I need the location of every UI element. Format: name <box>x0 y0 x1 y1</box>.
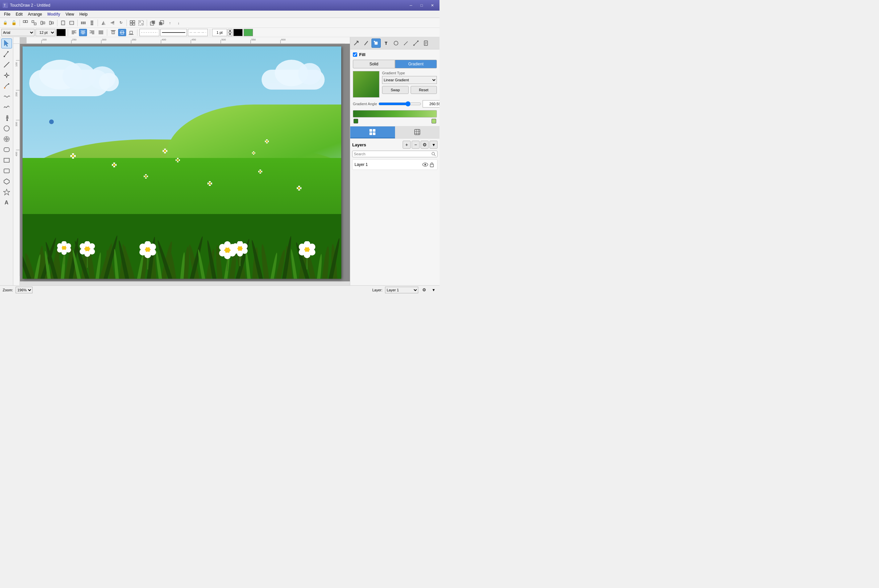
bring-forward-button[interactable]: ↑ <box>166 19 174 27</box>
stroke-w-down[interactable]: ▼ <box>228 33 232 36</box>
canvas-container[interactable] <box>20 44 350 285</box>
center-h-button[interactable] <box>59 19 67 27</box>
rt-page-tool[interactable] <box>421 39 431 48</box>
center-v-button[interactable] <box>68 19 76 27</box>
fill-tab-solid[interactable]: Solid <box>353 60 395 68</box>
polygon-tool-btn[interactable] <box>2 177 12 186</box>
reset-button[interactable]: Reset <box>411 86 437 94</box>
group-button[interactable] <box>128 19 137 27</box>
select-tool-btn[interactable] <box>2 39 12 48</box>
align-justify-btn[interactable] <box>97 29 105 36</box>
gradient-bar[interactable] <box>353 110 437 117</box>
stroke-color-swatch[interactable] <box>233 29 243 36</box>
distribute-h-button[interactable] <box>79 19 87 27</box>
send-back-button[interactable] <box>157 19 165 27</box>
menu-edit[interactable]: Edit <box>13 11 25 17</box>
rotate-cw-button[interactable]: ↻ <box>117 19 125 27</box>
lock-button[interactable]: 🔒 <box>2 19 9 27</box>
rect-rounded-btn[interactable] <box>2 145 12 154</box>
pen-tool-btn[interactable] <box>2 81 12 91</box>
stroke-w-up[interactable]: ▲ <box>228 29 232 33</box>
valign-bot-btn[interactable] <box>127 29 135 36</box>
stroke-solid[interactable] <box>160 29 187 36</box>
layer-item-1[interactable]: Layer 1 <box>352 159 437 170</box>
add-layer-btn[interactable]: + <box>403 141 411 148</box>
align-right-btn[interactable] <box>88 29 96 36</box>
minimize-button[interactable]: ─ <box>406 2 416 9</box>
align-hr-button[interactable] <box>48 19 56 27</box>
layers-tab-btn[interactable] <box>350 126 395 138</box>
unlock-button[interactable]: 🔓 <box>10 19 18 27</box>
align-tl-button[interactable] <box>22 19 30 27</box>
fill-checkbox[interactable] <box>353 52 357 57</box>
layer-expand-status-btn[interactable]: ▾ <box>430 287 437 293</box>
grad-stop-left[interactable] <box>353 119 358 123</box>
stroke-width-input[interactable] <box>212 29 227 36</box>
brush-tool-btn[interactable] <box>2 113 12 123</box>
stroke-dash[interactable] <box>188 29 208 36</box>
gradient-angle-slider[interactable] <box>379 101 421 106</box>
maximize-button[interactable]: □ <box>417 2 426 9</box>
gradient-angle-input[interactable] <box>422 100 440 108</box>
assets-tab-btn[interactable] <box>395 126 440 138</box>
freeform-tool-btn[interactable] <box>2 102 12 112</box>
swap-button[interactable]: Swap <box>382 86 409 94</box>
ungroup-button[interactable] <box>137 19 145 27</box>
fill-color-swatch[interactable] <box>243 29 253 36</box>
rt-fill-tool[interactable] <box>371 39 381 48</box>
layer-settings-btn[interactable]: ⚙ <box>421 141 428 148</box>
align-center-btn[interactable] <box>79 29 87 36</box>
align-tr-button[interactable] <box>30 19 38 27</box>
h-scrollbar[interactable] <box>20 281 350 285</box>
adjust-tool-btn[interactable] <box>2 70 12 80</box>
rt-pen-tool[interactable] <box>362 39 371 48</box>
draw-tool-btn[interactable] <box>2 49 12 59</box>
close-button[interactable]: ✕ <box>428 2 437 9</box>
align-hl-button[interactable] <box>39 19 47 27</box>
gradient-swatch[interactable] <box>353 71 379 98</box>
stroke-none[interactable] <box>140 29 159 36</box>
flip-h-button[interactable] <box>99 19 108 27</box>
menu-file[interactable]: File <box>2 11 13 17</box>
flip-v-button[interactable] <box>108 19 116 27</box>
send-backward-button[interactable]: ↓ <box>174 19 183 27</box>
rt-circle-tool[interactable] <box>391 39 401 48</box>
rt-pencil-tool[interactable] <box>401 39 411 48</box>
fill-tab-gradient[interactable]: Gradient <box>395 60 437 68</box>
menu-view[interactable]: View <box>63 11 77 17</box>
gradient-type-select[interactable]: Linear Gradient Radial Gradient Angular … <box>382 76 437 84</box>
layer-expand-btn[interactable]: ▾ <box>430 141 437 148</box>
grad-stop-right[interactable] <box>431 119 436 123</box>
text-color-swatch[interactable] <box>56 29 66 36</box>
menu-help[interactable]: Help <box>77 11 90 17</box>
layer-settings-status-btn[interactable]: ⚙ <box>421 287 428 293</box>
valign-mid-btn[interactable] <box>118 29 126 36</box>
handle-blue-1[interactable] <box>49 120 54 124</box>
valign-top-btn[interactable] <box>109 29 117 36</box>
circle-tool-btn[interactable] <box>2 123 12 134</box>
star-tool-btn[interactable] <box>2 187 12 197</box>
rt-arrow-tool[interactable] <box>352 39 361 48</box>
rounded-rect-btn[interactable] <box>2 166 12 176</box>
drawing-canvas[interactable] <box>23 46 341 279</box>
layer-select[interactable]: Layer 1 <box>385 287 418 293</box>
align-left-btn[interactable] <box>70 29 78 36</box>
layer-1-visibility[interactable] <box>422 161 428 168</box>
rect-tool-btn[interactable] <box>2 155 12 165</box>
font-size-select[interactable]: 12 pt <box>36 29 56 36</box>
distribute-v-button[interactable] <box>88 19 96 27</box>
remove-layer-btn[interactable]: − <box>412 141 419 148</box>
rt-text-tool[interactable]: T <box>382 39 391 48</box>
target-tool-btn[interactable] <box>2 134 12 144</box>
menu-arrange[interactable]: Arrange <box>25 11 45 17</box>
font-name-select[interactable]: Arial <box>2 29 35 36</box>
bring-front-button[interactable] <box>149 19 157 27</box>
text-tool-btn[interactable]: A <box>2 198 12 208</box>
menu-modify[interactable]: Modify <box>45 11 63 17</box>
line-tool-btn[interactable] <box>2 60 12 70</box>
rt-line-tool[interactable] <box>411 39 421 48</box>
layer-1-lock[interactable] <box>428 161 435 168</box>
zoom-select[interactable]: 196% 100% 50% 200% <box>16 287 33 293</box>
layers-search-input[interactable] <box>354 152 431 156</box>
wave-tool-btn[interactable] <box>2 92 12 102</box>
